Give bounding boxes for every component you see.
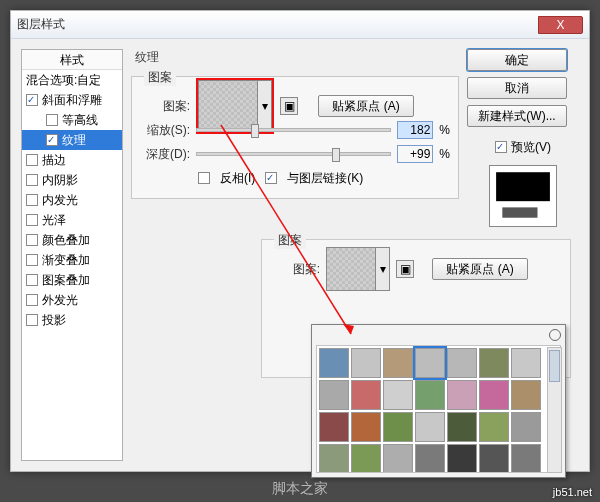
pattern-cell[interactable] [319, 380, 349, 410]
cancel-button[interactable]: 取消 [467, 77, 567, 99]
preview-label: 预览(V) [511, 139, 551, 156]
link-layer-checkbox[interactable] [265, 172, 277, 184]
sidebar-checkbox[interactable] [26, 154, 38, 166]
pattern-panel-title: 图案 [274, 232, 306, 249]
pattern-cell[interactable] [415, 444, 445, 473]
dialog-window: 图层样式 X 样式 混合选项:自定 斜面和浮雕等高线纹理描边内阴影内发光光泽颜色… [10, 10, 590, 472]
popup-scrollbar[interactable] [547, 347, 562, 473]
pattern-cell[interactable] [351, 380, 381, 410]
sidebar-item-3[interactable]: 描边 [22, 150, 122, 170]
pattern-cell[interactable] [447, 380, 477, 410]
pattern-cell[interactable] [351, 444, 381, 473]
snap-origin-button[interactable]: 贴紧原点 (A) [318, 95, 414, 117]
sidebar-item-label: 纹理 [62, 132, 86, 149]
pattern-cell[interactable] [415, 380, 445, 410]
footer-caption: 脚本之家 [0, 480, 600, 498]
sidebar-header: 样式 [22, 50, 122, 70]
sidebar-checkbox[interactable] [26, 294, 38, 306]
pattern-cell[interactable] [447, 348, 477, 378]
depth-value[interactable]: +99 [397, 145, 433, 163]
pattern-cell[interactable] [383, 444, 413, 473]
sidebar-item-label: 外发光 [42, 292, 78, 309]
sidebar-checkbox[interactable] [26, 314, 38, 326]
section-title: 纹理 [135, 49, 459, 66]
scale-slider[interactable] [196, 128, 391, 132]
sidebar-item-1[interactable]: 等高线 [22, 110, 122, 130]
close-button[interactable]: X [538, 16, 583, 34]
sidebar-item-0[interactable]: 斜面和浮雕 [22, 90, 122, 110]
pattern-cell[interactable] [383, 380, 413, 410]
pattern-cell[interactable] [479, 444, 509, 473]
pattern-cell[interactable] [511, 444, 541, 473]
preview-thumbnail [489, 165, 557, 227]
depth-slider[interactable] [196, 152, 391, 156]
pattern-cell[interactable] [479, 380, 509, 410]
sidebar-item-8[interactable]: 渐变叠加 [22, 250, 122, 270]
pattern-cell[interactable] [479, 348, 509, 378]
pattern-group-title: 图案 [144, 69, 176, 86]
pattern-picker-popup [311, 324, 566, 478]
sidebar-item-5[interactable]: 内发光 [22, 190, 122, 210]
pattern-cell[interactable] [447, 412, 477, 442]
link-layer-label: 与图层链接(K) [287, 170, 363, 187]
pattern-cell[interactable] [479, 412, 509, 442]
sidebar-checkbox[interactable] [26, 214, 38, 226]
preview-checkbox[interactable] [495, 141, 507, 153]
depth-label: 深度(D): [140, 146, 190, 163]
sidebar-checkbox[interactable] [26, 194, 38, 206]
invert-checkbox[interactable] [198, 172, 210, 184]
pattern-group: 图案 图案: ▾ ▣ 贴紧原点 (A) 缩放(S): [131, 76, 459, 199]
sidebar-item-label: 内发光 [42, 192, 78, 209]
pattern-cell[interactable] [447, 444, 477, 473]
ok-button[interactable]: 确定 [467, 49, 567, 71]
pattern-cell[interactable] [511, 412, 541, 442]
sidebar-item-label: 投影 [42, 312, 66, 329]
pattern-cell[interactable] [415, 348, 445, 378]
sidebar-checkbox[interactable] [46, 134, 58, 146]
popup-menu-icon[interactable] [549, 329, 561, 341]
sidebar-checkbox[interactable] [46, 114, 58, 126]
pattern-cell[interactable] [351, 348, 381, 378]
sidebar-checkbox[interactable] [26, 234, 38, 246]
snap-origin-button-2[interactable]: 贴紧原点 (A) [432, 258, 528, 280]
pattern-cell[interactable] [383, 348, 413, 378]
pattern-dropdown-icon[interactable]: ▾ [258, 80, 272, 132]
pattern-cell[interactable] [319, 444, 349, 473]
scale-value[interactable]: 182 [397, 121, 433, 139]
pattern-cell[interactable] [511, 380, 541, 410]
pattern-swatch[interactable] [198, 80, 258, 132]
sidebar-checkbox[interactable] [26, 174, 38, 186]
sidebar-item-9[interactable]: 图案叠加 [22, 270, 122, 290]
pattern-cell[interactable] [319, 348, 349, 378]
pattern-swatch-2[interactable] [326, 247, 376, 291]
new-style-button[interactable]: 新建样式(W)... [467, 105, 567, 127]
window-title: 图层样式 [17, 16, 65, 33]
sidebar-checkbox[interactable] [26, 254, 38, 266]
sidebar-checkbox[interactable] [26, 274, 38, 286]
sidebar-item-4[interactable]: 内阴影 [22, 170, 122, 190]
sidebar-item-label: 内阴影 [42, 172, 78, 189]
sidebar-item-label: 渐变叠加 [42, 252, 90, 269]
titlebar[interactable]: 图层样式 X [11, 11, 589, 39]
sidebar-item-7[interactable]: 颜色叠加 [22, 230, 122, 250]
pattern-cell[interactable] [351, 412, 381, 442]
new-preset-icon[interactable]: ▣ [280, 97, 298, 115]
client-area: 样式 混合选项:自定 斜面和浮雕等高线纹理描边内阴影内发光光泽颜色叠加渐变叠加图… [11, 39, 589, 471]
sidebar-checkbox[interactable] [26, 94, 38, 106]
pattern-cell[interactable] [511, 348, 541, 378]
sidebar-item-label: 描边 [42, 152, 66, 169]
sidebar-item-11[interactable]: 投影 [22, 310, 122, 330]
sidebar-item-label: 斜面和浮雕 [42, 92, 102, 109]
sidebar-item-6[interactable]: 光泽 [22, 210, 122, 230]
sidebar-blend-options[interactable]: 混合选项:自定 [22, 70, 122, 90]
sidebar-item-10[interactable]: 外发光 [22, 290, 122, 310]
pct-label-2: % [439, 147, 450, 161]
pattern-cell[interactable] [415, 412, 445, 442]
sidebar-item-2[interactable]: 纹理 [22, 130, 122, 150]
pattern-cell[interactable] [319, 412, 349, 442]
pattern-dropdown-icon-2[interactable]: ▾ [376, 247, 390, 291]
pattern-cell[interactable] [383, 412, 413, 442]
styles-sidebar: 样式 混合选项:自定 斜面和浮雕等高线纹理描边内阴影内发光光泽颜色叠加渐变叠加图… [21, 49, 123, 461]
new-preset-icon-2[interactable]: ▣ [396, 260, 414, 278]
sidebar-item-label: 等高线 [62, 112, 98, 129]
